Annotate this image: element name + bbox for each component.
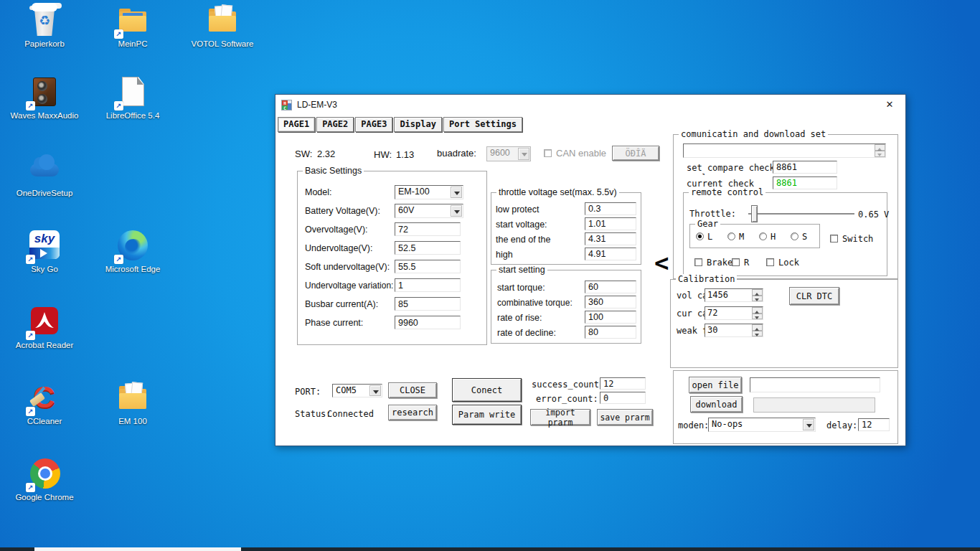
baudrate-select[interactable]: 9600 [486,146,531,161]
vol-cal-spinner[interactable]: 1456 [705,288,763,302]
desktop-icon-acrobat-reader[interactable]: ↗ Acrobat Reader [9,304,80,349]
download-button[interactable]: download [690,396,743,413]
tab-display[interactable]: Display [394,117,442,132]
desktop-icon-google-chrome[interactable]: ↗ Google Chrome [9,456,80,501]
overvoltage-label: Overvoltage(V): [305,225,368,235]
chrome-icon: ↗ [27,456,62,491]
battery-voltage-select[interactable]: 60V [395,204,463,218]
overvoltage-input[interactable] [395,222,461,236]
model-select[interactable]: EM-100 [395,185,463,199]
busbar-current-input[interactable] [395,297,461,311]
language-button[interactable]: ÖÐÎÄ [612,146,659,161]
param-write-button[interactable]: Param write [452,405,522,425]
start-voltage-input[interactable] [585,217,636,230]
gear-radio-s[interactable] [791,232,798,240]
desktop-icon-votol-software[interactable]: VOTOL Software [187,3,258,48]
tab-page3[interactable]: PAGE3 [355,117,392,132]
close-button[interactable]: ✕ [874,95,905,115]
connect-button[interactable]: Conect [452,378,522,402]
open-file-button[interactable]: open file [689,377,742,393]
throttle-slider-track[interactable] [748,213,854,215]
spinner-icon[interactable] [752,307,763,319]
end-of-the-label: the end of the [496,235,550,245]
current-check-input[interactable] [773,176,837,189]
brake-checkbox[interactable] [694,258,702,266]
gear-radio-l[interactable] [696,232,704,240]
undervoltage-variation-label: Undervoltage variation: [305,281,393,291]
spinner-icon[interactable] [752,324,763,336]
throttle-slider-handle[interactable] [751,205,758,222]
title-bar[interactable]: HC LD-EM-V3 ✕ [275,95,905,115]
sw-label: SW: [295,149,312,159]
set-compare-check-input[interactable] [773,161,837,174]
taskbar-open-app-indicator[interactable] [34,547,241,551]
spinner-icon[interactable] [752,289,763,301]
soft-undervoltage-label: Soft undervoltage(V): [305,262,390,272]
moden-select[interactable]: No-ops [708,418,816,432]
desktop-icon-onedrivesetup[interactable]: OneDriveSetup [9,152,80,197]
can-enable-checkbox[interactable] [544,149,552,157]
lock-checkbox[interactable] [766,258,774,266]
combinative-torque-input[interactable] [585,296,636,309]
recycle-bin-icon: ♻ [27,3,62,37]
group-title: comunicatin and download set [679,129,828,139]
tab-port-settings[interactable]: Port Settings [443,117,522,132]
high-input[interactable] [585,248,636,260]
port-select[interactable]: COM5 [332,384,382,397]
throttle-voltage-group: throttle voltage set(max. 5.5v) low prot… [491,192,641,265]
weak-flux-spinner[interactable]: 30 [705,324,763,337]
spinner-icon[interactable] [875,144,885,157]
undervoltage-input[interactable] [395,241,461,255]
baudrate-label: buadrate: [437,148,476,159]
tab-page2[interactable]: PAGE2 [316,117,354,132]
collapse-panel-arrow[interactable]: < [654,248,669,277]
command-field[interactable] [683,143,886,158]
delay-input[interactable] [858,418,890,431]
desktop-icon-label: Google Chrome [9,493,80,501]
brake-label: Brake [707,258,732,268]
open-file-path-input[interactable] [750,377,880,392]
calibration-group: Calibration vol cal: 1456 CLR DTC cur ca… [670,279,898,368]
soft-undervoltage-input[interactable] [395,260,461,273]
folder-files-icon [205,3,240,37]
desktop-icon-ccleaner[interactable]: C ↗ CCleaner [9,380,80,425]
success-count-field [600,377,646,390]
start-torque-input[interactable] [585,281,636,293]
hw-value: 1.13 [396,149,414,160]
tab-page1[interactable]: PAGE1 [278,117,315,132]
start-torque-label: start torque: [497,283,545,293]
r-checkbox[interactable] [732,258,740,266]
end-of-the-input[interactable] [585,232,636,245]
research-button[interactable]: research [388,405,437,420]
desktop-icon-label: Microsoft Edge [97,265,169,273]
shortcut-arrow-icon: ↗ [26,483,35,492]
import-param-button[interactable]: import prarm [530,409,590,425]
gear-radio-m[interactable] [727,232,735,240]
rate-of-rise-input[interactable] [585,311,636,324]
delay-label: delay: [826,420,857,430]
desktop-icon-em100[interactable]: EM 100 [97,380,169,425]
save-param-button[interactable]: save prarm [597,409,653,425]
can-enable-label: CAN enable [556,148,606,159]
clr-dtc-button[interactable]: CLR DTC [789,287,839,305]
desktop-icon-waves-maxxaudio[interactable]: ↗ Waves MaxxAudio [9,75,80,120]
gear-radio-h[interactable] [759,232,767,240]
error-count-label: error_count: [536,394,598,404]
combinative-torque-label: combinative torque: [497,298,573,308]
undervoltage-variation-input[interactable] [395,278,461,292]
desktop-icon-microsoft-edge[interactable]: ↗ Microsoft Edge [97,228,169,273]
low-protect-input[interactable] [585,202,636,215]
switch-checkbox[interactable] [830,235,838,242]
desktop-icon-sky-go[interactable]: sky ↗ Sky Go [9,228,80,273]
desktop-icon-libreoffice[interactable]: ↗ LibreOffice 5.4 [97,75,169,120]
cloud-icon [27,152,62,187]
model-label: Model: [305,187,332,197]
close-port-button[interactable]: CLOSE [388,382,437,398]
desktop-icon-papierkorb[interactable]: ♻ Papierkorb [9,3,80,48]
cur-cal-spinner[interactable]: 72 [705,306,763,320]
group-title: throttle voltage set(max. 5.5v) [496,187,619,197]
desktop-icon-meinpc[interactable]: ↗ MeinPC [97,3,169,48]
phase-current-input[interactable] [395,316,461,329]
rate-of-decline-input[interactable] [585,326,636,339]
communication-group: comunicatin and download set set compare… [673,134,898,279]
